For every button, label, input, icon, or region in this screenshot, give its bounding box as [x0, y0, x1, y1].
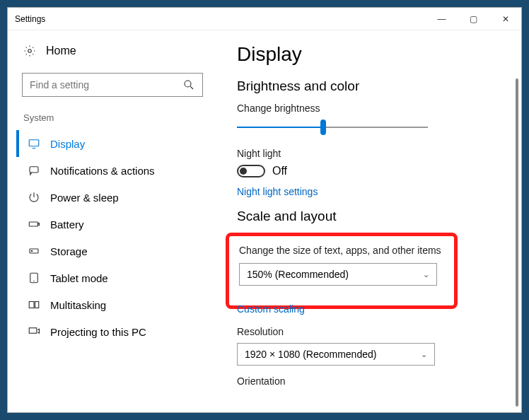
- sidebar-item-projecting[interactable]: Projecting to this PC: [16, 318, 220, 345]
- sidebar-item-label: Multitasking: [50, 299, 106, 311]
- resolution-dropdown[interactable]: 1920 × 1080 (Recommended) ⌄: [237, 343, 435, 366]
- sidebar: Home System Display Notifications & acti…: [8, 30, 220, 412]
- tablet-icon: [28, 272, 40, 284]
- orientation-label: Orientation: [237, 375, 504, 387]
- svg-line-2: [190, 86, 193, 89]
- titlebar: Settings — ▢ ✕: [8, 8, 521, 30]
- project-icon: [28, 325, 40, 338]
- svg-rect-5: [30, 167, 38, 173]
- svg-rect-12: [29, 302, 34, 308]
- sidebar-item-tablet[interactable]: Tablet mode: [16, 264, 220, 291]
- section-scale: Scale and layout: [237, 209, 504, 224]
- brightness-slider[interactable]: [237, 119, 428, 135]
- sidebar-item-label: Storage: [50, 245, 88, 257]
- sidebar-item-power[interactable]: Power & sleep: [16, 184, 220, 211]
- svg-rect-7: [38, 223, 40, 226]
- sidebar-item-label: Projecting to this PC: [50, 326, 146, 338]
- sidebar-item-label: Power & sleep: [50, 192, 119, 204]
- home-label: Home: [46, 45, 76, 57]
- chevron-down-icon: ⌄: [421, 350, 427, 359]
- sidebar-item-label: Battery: [50, 218, 84, 231]
- night-light-label: Night light: [237, 148, 504, 159]
- svg-rect-14: [29, 328, 37, 334]
- night-light-settings-link[interactable]: Night light settings: [237, 186, 504, 197]
- sidebar-item-label: Tablet mode: [50, 272, 108, 284]
- sidebar-item-display[interactable]: Display: [16, 130, 220, 157]
- scale-value: 150% (Recommended): [247, 269, 349, 280]
- brightness-label: Change brightness: [237, 103, 504, 114]
- battery-icon: [28, 218, 40, 231]
- sidebar-item-label: Display: [50, 138, 85, 150]
- speech-icon: [28, 164, 40, 177]
- minimize-button[interactable]: —: [426, 8, 458, 30]
- night-light-state: Off: [272, 165, 287, 177]
- power-icon: [28, 191, 40, 204]
- search-box[interactable]: [22, 73, 203, 97]
- scale-label: Change the size of text, apps, and other…: [239, 245, 444, 256]
- sidebar-item-multitasking[interactable]: Multitasking: [16, 291, 220, 318]
- svg-point-0: [28, 49, 32, 53]
- svg-rect-6: [29, 222, 37, 226]
- resolution-value: 1920 × 1080 (Recommended): [245, 349, 376, 360]
- svg-point-1: [185, 81, 191, 87]
- storage-icon: [28, 245, 40, 257]
- settings-window: Settings — ▢ ✕ Home System: [7, 7, 522, 413]
- sidebar-item-battery[interactable]: Battery: [16, 211, 220, 238]
- page-title: Display: [237, 43, 504, 66]
- svg-rect-3: [29, 140, 39, 146]
- svg-point-9: [31, 250, 33, 252]
- search-input[interactable]: [30, 79, 182, 91]
- resolution-label: Resolution: [237, 326, 504, 337]
- chevron-down-icon: ⌄: [423, 270, 429, 279]
- gear-icon: [23, 45, 36, 57]
- multitask-icon: [28, 298, 40, 311]
- section-brightness: Brightness and color: [237, 78, 504, 94]
- home-nav[interactable]: Home: [16, 39, 220, 63]
- window-title: Settings: [15, 14, 45, 24]
- svg-rect-13: [35, 302, 39, 308]
- monitor-icon: [28, 137, 40, 150]
- maximize-button[interactable]: ▢: [458, 8, 489, 30]
- night-light-toggle[interactable]: [237, 165, 265, 177]
- scale-dropdown[interactable]: 150% (Recommended) ⌄: [239, 263, 437, 286]
- sidebar-group-label: System: [16, 108, 220, 127]
- custom-scaling-link[interactable]: Custom scaling: [237, 303, 504, 315]
- highlight-annotation: Change the size of text, apps, and other…: [226, 233, 458, 309]
- close-button[interactable]: ✕: [489, 8, 521, 30]
- sidebar-item-storage[interactable]: Storage: [16, 238, 220, 264]
- main-content: Display Brightness and color Change brig…: [220, 30, 521, 412]
- scrollbar[interactable]: [516, 78, 518, 407]
- sidebar-item-label: Notifications & actions: [50, 165, 155, 177]
- search-icon: [182, 78, 195, 91]
- sidebar-item-notifications[interactable]: Notifications & actions: [16, 157, 220, 184]
